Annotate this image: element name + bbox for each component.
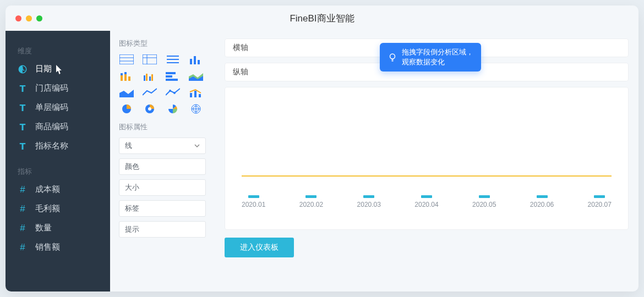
chart-pivot-icon[interactable] bbox=[142, 54, 157, 65]
sidebar: 维度 日期 门店编码 单层编码 商品编码 指标名称 bbox=[6, 31, 110, 292]
svg-rect-23 bbox=[166, 79, 178, 81]
chart-area-stack-icon[interactable] bbox=[188, 70, 204, 81]
chart-grouped-bar-icon[interactable] bbox=[142, 70, 157, 81]
chart-pie-icon[interactable] bbox=[119, 103, 134, 114]
text-icon bbox=[18, 122, 28, 132]
tick: 2020.07 bbox=[588, 201, 612, 216]
svg-rect-3 bbox=[143, 54, 157, 64]
text-icon bbox=[18, 103, 28, 113]
sidebar-item-label: 毛利额 bbox=[35, 204, 60, 214]
tick: 2020.03 bbox=[357, 201, 381, 216]
chart-rose-icon[interactable] bbox=[165, 103, 181, 114]
sidebar-item-label: 单层编码 bbox=[35, 102, 68, 113]
sidebar-item-label: 商品编码 bbox=[35, 122, 68, 132]
hash-icon: # bbox=[18, 223, 28, 233]
text-icon bbox=[18, 84, 28, 94]
tick: 2020.01 bbox=[242, 201, 265, 216]
svg-rect-28 bbox=[199, 94, 201, 97]
sidebar-item-label: 门店编码 bbox=[35, 83, 68, 94]
sidebar-item-floor-code[interactable]: 单层编码 bbox=[6, 98, 110, 117]
svg-rect-22 bbox=[166, 75, 172, 78]
svg-rect-18 bbox=[146, 74, 148, 81]
chart-radar-icon[interactable] bbox=[188, 103, 204, 114]
svg-rect-14 bbox=[124, 74, 127, 81]
svg-rect-9 bbox=[190, 59, 192, 64]
sidebar-item-store-code[interactable]: 门店编码 bbox=[6, 79, 110, 98]
svg-point-31 bbox=[148, 107, 151, 111]
sidebar-item-sales[interactable]: # 销售额 bbox=[6, 238, 110, 257]
svg-rect-27 bbox=[194, 91, 197, 97]
sidebar-item-label: 成本额 bbox=[35, 184, 60, 195]
canvas: 横轴 纵轴 拖拽字段倒分析区域， 观察数据变化 2020.01 2020.02 bbox=[215, 31, 638, 292]
svg-point-24 bbox=[169, 90, 171, 92]
window-title: FineBI商业智能 bbox=[290, 12, 354, 25]
svg-rect-17 bbox=[144, 75, 145, 81]
window-controls bbox=[15, 15, 42, 21]
chart-attr-label: 图标属性 bbox=[119, 122, 206, 132]
chart-type-grid bbox=[119, 54, 206, 114]
x-axis-ticks: 2020.01 2020.02 2020.03 2020.04 2020.05 … bbox=[242, 201, 612, 216]
chart-stacked-bar-icon[interactable] bbox=[119, 70, 134, 81]
enter-dashboard-button[interactable]: 进入仪表板 bbox=[225, 238, 294, 257]
tick: 2020.04 bbox=[414, 201, 438, 216]
sidebar-item-cost[interactable]: # 成本额 bbox=[6, 180, 110, 199]
minimize-icon[interactable] bbox=[26, 15, 32, 21]
chart-list-icon[interactable] bbox=[165, 54, 181, 65]
svg-rect-15 bbox=[124, 72, 127, 74]
svg-point-25 bbox=[173, 92, 176, 94]
svg-rect-21 bbox=[166, 72, 176, 74]
svg-rect-26 bbox=[190, 93, 192, 97]
maximize-icon[interactable] bbox=[36, 15, 42, 21]
chart-area-icon[interactable] bbox=[119, 87, 134, 98]
sidebar-item-quantity[interactable]: # 数量 bbox=[6, 218, 110, 238]
svg-rect-12 bbox=[121, 75, 123, 81]
chart-combo-icon[interactable] bbox=[188, 87, 204, 98]
chart-type-section: 图标类型 bbox=[119, 38, 206, 114]
sidebar-item-product-code[interactable]: 商品编码 bbox=[6, 117, 110, 136]
dimension-label: 维度 bbox=[6, 43, 110, 59]
titlebar: FineBI商业智能 bbox=[6, 6, 638, 31]
dropdown-value: 线 bbox=[125, 141, 132, 151]
hash-icon: # bbox=[18, 243, 28, 252]
sidebar-item-profit[interactable]: # 毛利额 bbox=[6, 199, 110, 218]
app-window: FineBI商业智能 维度 日期 门店编码 单层编码 商品编码 bbox=[6, 6, 638, 292]
config-panel: 图标类型 bbox=[110, 31, 215, 292]
chart-type-label: 图标类型 bbox=[119, 38, 206, 48]
hash-icon: # bbox=[18, 185, 28, 195]
chevron-down-icon bbox=[194, 143, 200, 148]
tick: 2020.02 bbox=[299, 201, 323, 216]
prop-color[interactable]: 颜色 bbox=[119, 158, 206, 175]
svg-rect-10 bbox=[194, 56, 196, 64]
measure-label: 指标 bbox=[6, 163, 110, 180]
svg-rect-13 bbox=[121, 73, 123, 75]
svg-rect-11 bbox=[198, 60, 200, 64]
tick: 2020.05 bbox=[472, 201, 496, 216]
prop-tooltip[interactable]: 提示 bbox=[119, 221, 206, 238]
chart-hbar-icon[interactable] bbox=[165, 70, 181, 81]
clock-icon bbox=[18, 64, 28, 74]
lightbulb-icon bbox=[388, 52, 397, 62]
sidebar-item-date[interactable]: 日期 bbox=[6, 59, 110, 79]
prop-size[interactable]: 大小 bbox=[119, 179, 206, 196]
sidebar-item-label: 指标名称 bbox=[35, 141, 68, 151]
sidebar-item-metric-name[interactable]: 指标名称 bbox=[6, 136, 110, 156]
chart-line-icon[interactable] bbox=[165, 87, 181, 98]
chart-table-icon[interactable] bbox=[119, 54, 134, 65]
chart-column-icon[interactable] bbox=[188, 54, 204, 65]
sidebar-item-label: 销售额 bbox=[35, 242, 60, 252]
prop-label[interactable]: 标签 bbox=[119, 200, 206, 217]
close-icon[interactable] bbox=[15, 15, 21, 21]
chart-donut-icon[interactable] bbox=[142, 103, 157, 114]
svg-rect-20 bbox=[151, 74, 153, 81]
svg-point-36 bbox=[390, 54, 395, 59]
hint-tooltip: 拖拽字段倒分析区域， 观察数据变化 bbox=[380, 43, 481, 72]
series-line bbox=[242, 175, 612, 177]
chart-line2-icon[interactable] bbox=[142, 87, 157, 98]
attr-type-dropdown[interactable]: 线 bbox=[119, 138, 206, 154]
sidebar-item-label: 数量 bbox=[35, 223, 52, 233]
hash-icon: # bbox=[18, 204, 28, 214]
text-icon bbox=[18, 141, 28, 151]
chart-attr-section: 图标属性 线 颜色 大小 标签 提示 bbox=[119, 122, 206, 238]
svg-rect-0 bbox=[119, 54, 134, 64]
svg-rect-16 bbox=[128, 76, 130, 81]
